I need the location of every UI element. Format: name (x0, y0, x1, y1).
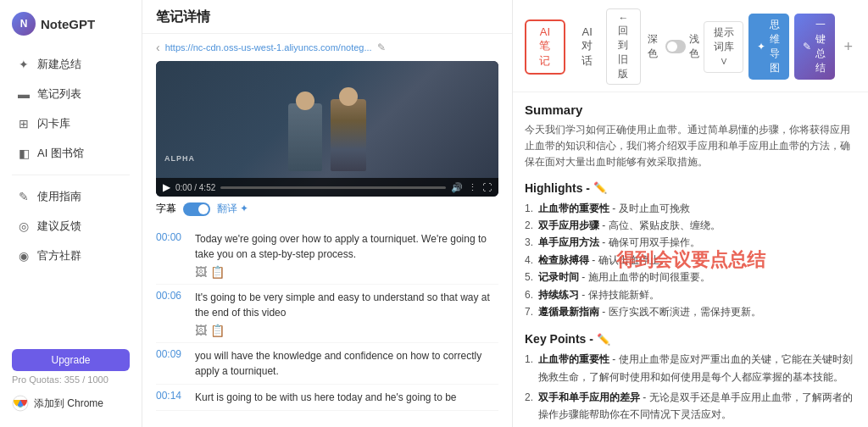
copy-icon-0[interactable]: 🖼 (195, 265, 207, 279)
transcript-item-1: 00:06 It's going to be very simple and e… (156, 285, 498, 343)
tab-ai-chat[interactable]: AI 对话 (569, 21, 606, 73)
copy-icon-1[interactable]: 🖼 (195, 324, 207, 337)
highlights-title: Highlights - ✏️ (525, 181, 856, 195)
video-figures (288, 99, 366, 171)
transcript-time-3[interactable]: 00:14 (156, 390, 188, 405)
figure-2 (331, 99, 366, 171)
card-icon: ⊞ (17, 117, 31, 130)
tab-ai-notes[interactable]: AI 笔记 (525, 19, 565, 75)
sidebar-item-label: 使用指南 (37, 189, 81, 204)
oneclick-button[interactable]: ✎ 一键总结 (794, 14, 835, 80)
play-button[interactable]: ▶ (163, 181, 170, 193)
logo-text: NoteGPT (41, 17, 95, 31)
summary-title: Summary (525, 103, 856, 117)
logo: N NoteGPT (0, 0, 142, 44)
highlight-list: 止血带的重要性 - 及时止血可挽救 双手应用步骤 - 高位、紧贴皮肤、缠绕。 单… (525, 200, 856, 321)
volume-icon[interactable]: 🔊 (451, 182, 463, 193)
community-icon: ◉ (17, 249, 31, 263)
keypoints-edit-icon[interactable]: ✏️ (597, 333, 610, 346)
sidebar-item-label: 建议反馈 (37, 219, 81, 234)
chrome-icon (12, 395, 29, 412)
keypoint-item-2: 双手和单手应用的差异 - 无论是双手还是单手应用止血带，了解两者的操作步骤能帮助… (525, 389, 856, 424)
sidebar-item-flashcard[interactable]: ⊞ 闪卡库 (5, 109, 136, 138)
video-controls: ▶ 0:00 / 4:52 🔊 ⋮ ⛶ (156, 178, 498, 197)
transcript-content-1: It's going to be very simple and easy to… (195, 290, 498, 320)
highlight-item-3: 单手应用方法 - 确保可用双手操作。 (525, 234, 856, 251)
video-player[interactable]: ALPHA ▶ 0:00 / 4:52 🔊 ⋮ ⛶ (156, 61, 498, 197)
keypoint-item-1: 止血带的重要性 - 使用止血带是应对严重出血的关键，它能在关键时刻挽救生命，了解… (525, 351, 856, 385)
back-arrow-icon[interactable]: ‹ (156, 41, 160, 54)
transcript-actions-0: 🖼 📋 (195, 265, 498, 279)
right-header: AI 笔记 AI 对话 ← 回到旧版 深色 浅色 提示词库 ∨ ✦ 思维导图 ✎… (513, 0, 868, 92)
oneclick-label: 一键总结 (814, 18, 826, 75)
mindmap-button[interactable]: ✦ 思维导图 (748, 14, 789, 80)
page-title: 笔记详情 (156, 8, 210, 26)
edit-url-icon[interactable]: ✎ (377, 42, 386, 53)
mindmap-label: 思维导图 (768, 18, 781, 75)
add-icon: ✦ (17, 58, 31, 71)
sidebar-item-ai-library[interactable]: ◧ AI 图书馆 (5, 139, 136, 168)
sidebar-item-guide[interactable]: ✎ 使用指南 (5, 182, 136, 211)
figure-1 (288, 103, 322, 171)
add-chrome-button[interactable]: 添加到 Chrome (0, 388, 142, 419)
oneclick-icon: ✎ (803, 41, 811, 53)
transcript-content-0: Today we're going over how to apply a to… (195, 231, 498, 262)
highlights-edit-icon[interactable]: ✏️ (593, 181, 607, 194)
sidebar-item-label: 官方社群 (37, 248, 81, 263)
highlight-item-2: 双手应用步骤 - 高位、紧贴皮肤、缠绕。 (525, 217, 856, 234)
clipboard-icon-1[interactable]: 📋 (210, 324, 225, 337)
clipboard-icon-0[interactable]: 📋 (210, 265, 225, 279)
transcript-item-2: 00:09 you will have the knowledge and co… (156, 343, 498, 385)
transcript-time-1[interactable]: 00:06 (156, 290, 188, 337)
theme-switch[interactable] (665, 40, 686, 53)
back-version-button[interactable]: ← 回到旧版 (606, 8, 642, 85)
theme-toggle: 深色 浅色 (648, 32, 704, 61)
book-icon: ◧ (17, 147, 31, 160)
subtitle-label: 字幕 (156, 202, 176, 216)
subtitle-bar: 字幕 翻译 ✦ (156, 197, 498, 219)
highlight-item-5: 记录时间 - 施用止血带的时间很重要。 (525, 269, 856, 286)
sidebar-item-feedback[interactable]: ◎ 建议反馈 (5, 212, 136, 241)
transcript-section: 00:00 Today we're going over how to appl… (142, 226, 512, 427)
right-actions: 提示词库 ∨ ✦ 思维导图 ✎ 一键总结 + (704, 14, 856, 80)
transcript-item-3: 00:14 Kurt is going to be with us here t… (156, 385, 498, 411)
mindmap-icon: ✦ (757, 41, 765, 53)
sidebar-item-note-list[interactable]: ▬ 笔记列表 (5, 80, 136, 108)
more-options-icon[interactable]: ⋮ (468, 182, 477, 193)
right-panel: AI 笔记 AI 对话 ← 回到旧版 深色 浅色 提示词库 ∨ ✦ 思维导图 ✎… (512, 0, 868, 427)
video-section: ‹ https://nc-cdn.oss-us-west-1.aliyuncs.… (142, 34, 512, 226)
tabs-row: AI 笔记 AI 对话 (525, 19, 606, 75)
transcript-content-3: Kurt is going to be with us here today a… (195, 390, 457, 405)
highlights-title-text: Highlights - (525, 181, 590, 195)
highlight-item-1: 止血带的重要性 - 及时止血可挽救 (525, 200, 856, 217)
subtitle-toggle[interactable] (183, 202, 210, 216)
add-tab-button[interactable]: + (840, 38, 856, 56)
keypoint-list: 止血带的重要性 - 使用止血带是应对严重出血的关键，它能在关键时刻挽救生命，了解… (525, 351, 856, 427)
translate-label[interactable]: 翻译 ✦ (217, 202, 248, 216)
quota-text: Pro Quotas: 355 / 1000 (0, 374, 142, 388)
sidebar-item-community[interactable]: ◉ 官方社群 (5, 241, 136, 270)
sidebar-item-new-summary[interactable]: ✦ 新建总结 (5, 50, 136, 79)
progress-bar[interactable] (220, 186, 446, 189)
upgrade-button[interactable]: Upgrade (12, 349, 130, 371)
video-time: 0:00 / 4:52 (175, 183, 215, 192)
url-text: https://nc-cdn.oss-us-west-1.aliyuncs.co… (165, 42, 372, 53)
logo-icon: N (12, 12, 36, 36)
sidebar-bottom: Upgrade Pro Quotas: 355 / 1000 添加到 Chrom… (0, 339, 142, 427)
transcript-content-2: you will have the knowledge and confiden… (195, 348, 498, 379)
transcript-item-0: 00:00 Today we're going over how to appl… (156, 226, 498, 285)
transcript-text-0: Today we're going over how to apply a to… (195, 231, 498, 279)
transcript-time-2[interactable]: 00:09 (156, 348, 188, 379)
keypoints-title-text: Key Points - (525, 332, 593, 346)
page-top-bar: 笔记详情 (142, 0, 512, 34)
fullscreen-icon[interactable]: ⛶ (482, 182, 492, 192)
sidebar-item-label: 笔记列表 (37, 86, 81, 102)
main-content: 笔记详情 ‹ https://nc-cdn.oss-us-west-1.aliy… (142, 0, 512, 427)
feedback-icon: ◎ (17, 219, 31, 233)
transcript-text-1: It's going to be very simple and easy to… (195, 290, 498, 337)
transcript-time-0[interactable]: 00:00 (156, 231, 188, 279)
transcript-actions-1: 🖼 📋 (195, 324, 498, 337)
sidebar: N NoteGPT ✦ 新建总结 ▬ 笔记列表 ⊞ 闪卡库 ◧ AI 图书馆 ✎… (0, 0, 142, 427)
highlight-item-7: 遵循最新指南 - 医疗实践不断演进，需保持更新。 (525, 303, 856, 320)
vocab-button[interactable]: 提示词库 ∨ (704, 21, 743, 73)
